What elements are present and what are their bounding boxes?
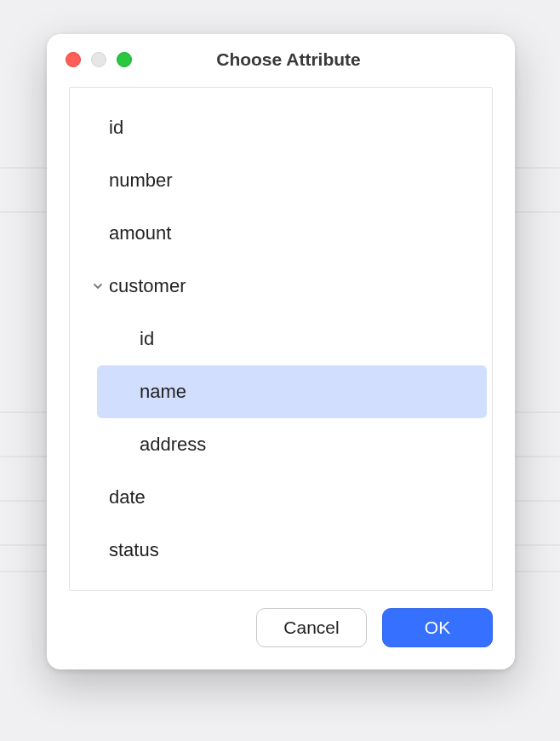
tree-item-label: id — [109, 117, 123, 139]
attribute-tree-container: id number amount customer id name — [69, 87, 493, 591]
tree-item-customer[interactable]: customer — [70, 260, 492, 313]
tree-item-label: address — [140, 434, 206, 456]
minimize-icon — [91, 52, 106, 67]
ok-button[interactable]: OK — [382, 608, 493, 647]
chevron-down-icon[interactable] — [87, 280, 109, 292]
tree-item-label: status — [109, 539, 159, 561]
close-icon[interactable] — [66, 52, 81, 67]
tree-item-date[interactable]: date — [70, 471, 492, 524]
window-controls — [66, 52, 132, 67]
tree-item-status[interactable]: status — [70, 524, 492, 577]
tree-item-label: name — [140, 381, 186, 403]
cancel-button[interactable]: Cancel — [256, 608, 367, 647]
tree-item-customer-name[interactable]: name — [97, 365, 487, 418]
dialog-button-row: Cancel OK — [47, 591, 515, 669]
tree-item-label: id — [140, 328, 154, 350]
tree-item-id[interactable]: id — [70, 101, 492, 154]
tree-item-customer-id[interactable]: id — [97, 313, 487, 365]
dialog-title: Choose Attribute — [132, 49, 445, 70]
tree-item-label: amount — [109, 222, 171, 244]
tree-item-label: customer — [109, 275, 186, 297]
choose-attribute-dialog: Choose Attribute id number amount custom… — [47, 34, 515, 669]
attribute-tree: id number amount customer id name — [70, 95, 492, 583]
tree-item-amount[interactable]: amount — [70, 207, 492, 260]
tree-item-customer-address[interactable]: address — [97, 418, 487, 471]
zoom-icon[interactable] — [117, 52, 132, 67]
tree-item-number[interactable]: number — [70, 154, 492, 207]
tree-item-label: number — [109, 169, 173, 192]
titlebar: Choose Attribute — [47, 34, 515, 78]
tree-item-label: date — [109, 486, 146, 508]
